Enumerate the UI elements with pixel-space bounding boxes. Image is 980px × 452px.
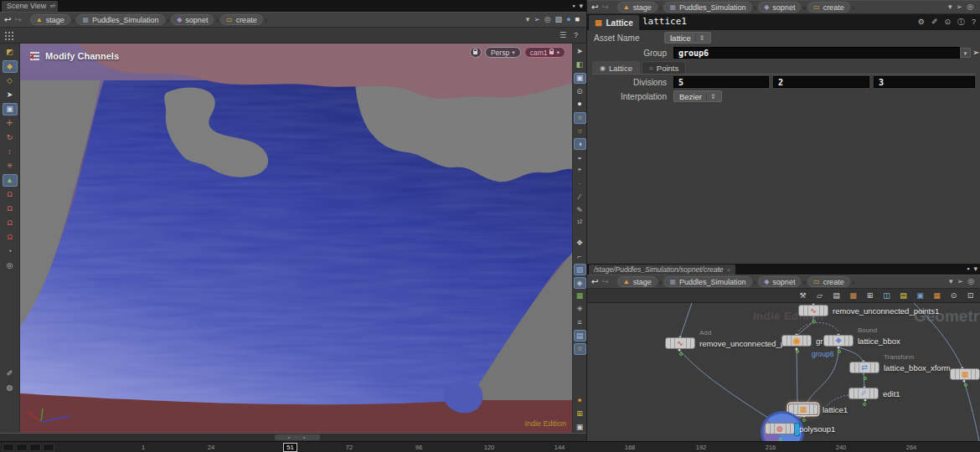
status-orange-icon[interactable]: ● <box>574 395 586 407</box>
output-flag[interactable] <box>864 377 867 380</box>
output-flag[interactable] <box>802 419 806 422</box>
divisions-x-field[interactable]: 5 <box>673 76 769 88</box>
view-corner-icon[interactable]: ⌐ <box>574 251 586 263</box>
info-icon[interactable]: ⓘ <box>957 18 965 26</box>
secure-selection-icon[interactable]: ◩ <box>3 46 18 59</box>
normal-lighting-icon[interactable]: ☼ <box>574 112 586 124</box>
select-visible-icon[interactable]: ◆ <box>3 60 18 73</box>
snap-point-magnet-icon[interactable]: Ω <box>3 203 18 215</box>
color-grid-icon[interactable]: ⊞ <box>574 408 586 420</box>
ghost-others-icon[interactable]: ◧ <box>574 59 586 71</box>
interpolation-select[interactable]: Bezier <box>673 90 722 102</box>
group-list-icon[interactable]: ≡ <box>574 316 586 328</box>
back-button[interactable]: ↩ <box>591 277 598 286</box>
view-cycle-icon[interactable]: ◔ <box>3 245 18 258</box>
snapshot-icon[interactable]: ◍ <box>3 382 18 394</box>
pane-menu-icon[interactable]: ▾ <box>973 265 977 273</box>
translate-handle-icon[interactable]: ✛ <box>3 117 18 130</box>
material-sphere-icon[interactable]: ◑ <box>574 138 586 150</box>
group-field[interactable]: group6 <box>673 47 960 59</box>
divisions-z-field[interactable]: 3 <box>874 76 975 88</box>
output-flag[interactable] <box>964 383 967 387</box>
node-body[interactable]: ∿ <box>665 337 695 349</box>
parms-dialog-icon[interactable]: ▱ <box>814 290 825 301</box>
tab-lattice[interactable]: Lattice <box>592 61 640 74</box>
camera-select-button[interactable]: cam1▾ <box>524 47 565 58</box>
output-flag[interactable] <box>796 350 799 353</box>
node-body[interactable]: ⇄ <box>849 362 879 373</box>
playbar-control[interactable] <box>3 444 14 451</box>
point-display-icon[interactable]: ● <box>566 16 570 23</box>
snap-grid-magnet-icon[interactable]: Ω <box>3 188 18 201</box>
node-remove-unconnected-points1[interactable]: Add ∿ remove_unconnected_points1 <box>798 305 828 316</box>
forward-button[interactable]: ↪ <box>601 277 608 286</box>
camera-view-icon[interactable]: ▣ <box>574 421 586 433</box>
scrollbar-handle[interactable]: ▴ ⋯ ▴ <box>275 434 320 440</box>
headlight-sphere-icon[interactable]: ● <box>574 99 586 110</box>
divisions-y-field[interactable]: 2 <box>773 76 869 88</box>
color-palette-icon[interactable]: ▩ <box>848 290 859 301</box>
node-remove-unconnected-points[interactable]: Add ∿ remove_unconnected_poin <box>665 337 695 349</box>
node-polysoup1[interactable]: ◍ polysoup1 <box>765 423 795 434</box>
forward-button[interactable]: ↪ <box>601 3 608 12</box>
node-body[interactable]: ◉ <box>781 335 812 347</box>
select-geometry-arrow-icon[interactable]: ➢ <box>972 48 979 57</box>
geometry-display-icon[interactable]: ◈ <box>574 277 586 289</box>
shape-palette-icon[interactable]: ⊞ <box>864 290 875 301</box>
node-type-tab[interactable]: ▤Lattice <box>589 15 639 30</box>
node-lattice-bbox[interactable]: Bound ❖ lattice_bbox <box>823 335 854 347</box>
asset-name-select[interactable]: lattice <box>664 32 711 44</box>
high-quality-lighting-icon[interactable]: ☼ <box>574 126 586 137</box>
wireframe-mode-icon[interactable]: ◓ <box>574 165 586 177</box>
tilt-line-icon[interactable]: ∕ <box>574 192 586 203</box>
node-name-field[interactable]: lattice1 <box>642 16 687 27</box>
find-node-icon[interactable]: ⊙ <box>948 290 959 301</box>
link-icon[interactable]: ◎ <box>967 278 974 285</box>
close-icon[interactable]: × <box>727 266 731 274</box>
current-frame-indicator[interactable]: 51 <box>283 443 297 452</box>
stepper-icon[interactable] <box>695 34 705 42</box>
dots-grid-icon[interactable] <box>4 31 15 40</box>
select-state-icon[interactable]: ◎ <box>3 259 18 272</box>
persp-view-button[interactable]: Persp▾ <box>485 47 521 58</box>
rotate-handle-icon[interactable]: ↻ <box>3 131 18 144</box>
reference-grid-icon[interactable]: ▦ <box>574 290 586 302</box>
node-clipped-right[interactable]: ▦ <box>950 368 980 380</box>
playbar-control[interactable] <box>43 444 54 451</box>
new-tab-button[interactable]: + <box>713 265 724 275</box>
back-button[interactable]: ↩ <box>4 15 11 24</box>
list-mode-icon[interactable]: ▤ <box>831 290 842 301</box>
pose-handle-icon[interactable]: ✳ <box>3 160 18 172</box>
history-dropdown-icon[interactable]: ▾ <box>526 16 530 23</box>
hand-tool-icon[interactable]: ❖ <box>574 238 586 249</box>
pin-icon[interactable]: ➢ <box>957 278 964 285</box>
view-lock-button[interactable] <box>470 47 482 58</box>
flipbook-icon[interactable]: ✐ <box>3 367 18 380</box>
playbar-control[interactable] <box>16 444 28 451</box>
node-body[interactable]: ✐ <box>848 388 879 399</box>
lock-handle-icon[interactable]: ▣ <box>3 103 18 116</box>
snap-edge-magnet-icon[interactable]: Ω <box>3 217 18 229</box>
stepper-icon[interactable] <box>706 93 716 100</box>
clipping-cube-icon[interactable]: ▧ <box>555 16 563 23</box>
background-image-icon[interactable]: ▣ <box>915 290 926 301</box>
node-group[interactable]: ◉ gr <box>781 335 812 347</box>
custom-handle-icon[interactable]: ▲ <box>3 174 18 187</box>
magnify-icon[interactable]: ⊙ <box>944 18 951 26</box>
timeline-playbar[interactable]: 1247296120144168192216240264 51 <box>0 441 980 452</box>
node-body[interactable]: ▦ <box>950 368 980 380</box>
spotlight-icon[interactable]: ⊙ <box>574 85 586 97</box>
history-dropdown-icon[interactable]: ▾ <box>949 278 953 285</box>
node-edit1[interactable]: ✐ edit1 <box>848 388 879 399</box>
output-flag[interactable] <box>812 320 816 323</box>
node-body[interactable]: ∿ <box>798 305 828 316</box>
viewport-3d[interactable]: Modify Channels Persp▾ cam1▾ Indie Editi… <box>20 44 572 433</box>
node-body[interactable]: ❖ <box>823 335 854 347</box>
sticky-note-icon[interactable]: ▤ <box>898 290 909 301</box>
gallery-icon[interactable]: ▦ <box>931 290 942 301</box>
playbar-control[interactable] <box>29 444 41 451</box>
context-help-icon[interactable]: ? <box>574 32 578 39</box>
node-body[interactable]: ◍ <box>765 423 795 434</box>
scene-lighting-icon[interactable]: ☼ <box>574 343 586 355</box>
network-box-icon[interactable]: ◫ <box>881 290 892 301</box>
